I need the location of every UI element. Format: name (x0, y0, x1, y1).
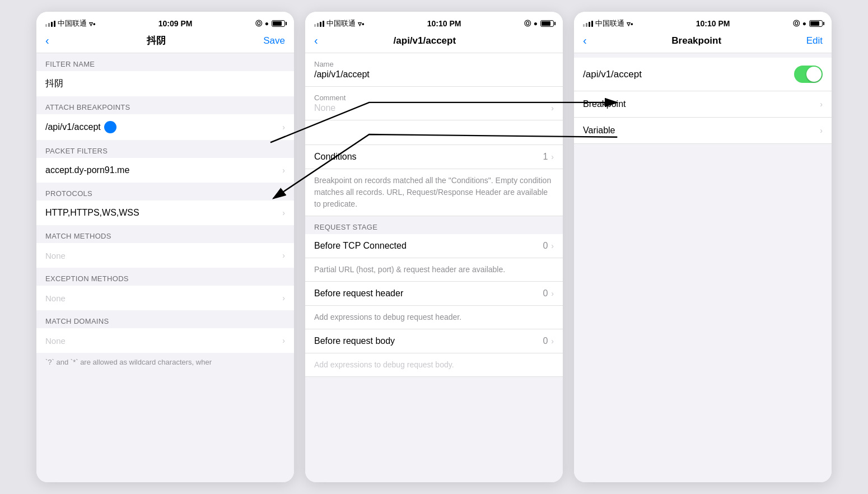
content-1: Filter Name 抖阴 Attach Breakpoints /api/v… (36, 53, 294, 482)
variable-detail-row[interactable]: Variable › (574, 118, 832, 144)
status-left-2: 中国联通 ▿• (314, 18, 365, 29)
before-tcp-count: 0 (543, 241, 548, 251)
alarm-icon-2: ● (534, 20, 538, 27)
exception-chevron: › (282, 293, 285, 302)
protocols-chevron: › (282, 208, 285, 217)
signal-icon-2 (314, 21, 324, 27)
carrier-3: 中国联通 (595, 18, 624, 29)
before-req-header-count: 0 (543, 288, 548, 299)
conditions-count: 1 (543, 152, 548, 162)
before-req-body-note: Add expressions to debug request body. (305, 353, 563, 377)
phone-screen-2: 中国联通 ▿• 10:10 PM Ⓞ ● ‹ /api/v1/accept (305, 12, 563, 482)
chevron-left-icon-1: ‹ (45, 34, 49, 47)
breakpoint-label: Breakpoint (583, 99, 626, 109)
before-req-header-chevron: › (551, 289, 554, 298)
attach-badge (104, 121, 116, 133)
before-req-body-chevron: › (551, 337, 554, 346)
location-icon-1: Ⓞ (255, 19, 262, 29)
variable-chevron: › (820, 126, 823, 135)
nav-title-2: /api/v1/accept (394, 35, 456, 46)
chevron-left-icon-2: ‹ (314, 34, 318, 47)
nav-title-1: 抖阴 (147, 34, 166, 47)
section-header-match-domains: Match Domains (36, 310, 294, 328)
match-domains-chevron: › (282, 336, 285, 345)
status-right-2: Ⓞ ● (524, 19, 554, 29)
content-2: Name /api/v1/accept Comment None › Condi… (305, 53, 563, 482)
before-req-header-note: Add expressions to debug request header. (305, 306, 563, 329)
api-path-row: /api/v1/accept (574, 58, 832, 91)
phone-screen-3: 中国联通 ▿• 10:10 PM Ⓞ ● ‹ Breakpoint Edit (574, 12, 832, 482)
battery-fill-2 (542, 21, 550, 26)
status-right-3: Ⓞ ● (793, 19, 823, 29)
match-domains-item[interactable]: None › (36, 328, 294, 353)
alarm-icon-1: ● (265, 20, 269, 27)
section-header-match-methods: Match Methods (36, 225, 294, 243)
exception-methods-item[interactable]: None › (36, 286, 294, 310)
name-value: /api/v1/accept (314, 69, 554, 80)
before-req-header-label: Before request header (314, 288, 403, 299)
before-tcp-row[interactable]: Before TCP Connected 0 › (305, 234, 563, 258)
group-filter-name: 抖阴 (36, 71, 294, 96)
alarm-icon-3: ● (802, 20, 806, 27)
attach-chevron: › (282, 123, 285, 132)
breakpoint-toggle[interactable] (794, 66, 823, 83)
before-tcp-label: Before TCP Connected (314, 241, 407, 251)
group-match-domains: None › (36, 328, 294, 353)
chevron-left-icon-3: ‹ (583, 34, 587, 47)
name-input-area: Name /api/v1/accept (305, 53, 563, 87)
conditions-note: Breakpoint on records matched all the "C… (305, 169, 563, 216)
status-bar-1: 中国联通 ▿• 10:09 PM Ⓞ ● (36, 12, 294, 32)
match-methods-chevron: › (282, 251, 285, 260)
toggle-thumb (806, 67, 822, 82)
nav-bar-1: ‹ 抖阴 Save (36, 32, 294, 53)
before-req-body-row[interactable]: Before request body 0 › (305, 329, 563, 353)
protocols-item[interactable]: HTTP,HTTPS,WS,WSS › (36, 201, 294, 225)
api-path-text: /api/v1/accept (583, 69, 642, 80)
footer-note-1: `?` and `*` are allowed as wildcard char… (36, 353, 294, 372)
phones-container: 中国联通 ▿• 10:09 PM Ⓞ ● ‹ 抖阴 Save (36, 12, 832, 482)
status-bar-3: 中国联通 ▿• 10:10 PM Ⓞ ● (574, 12, 832, 32)
comment-none-text: None (314, 103, 335, 113)
breakpoint-detail-row[interactable]: Breakpoint › (574, 91, 832, 118)
group-match-methods: None › (36, 243, 294, 268)
content-3: /api/v1/accept Breakpoint › Variable › (574, 53, 832, 482)
before-req-body-label: Before request body (314, 336, 395, 346)
back-button-3[interactable]: ‹ (583, 34, 587, 47)
nav-bar-2: ‹ /api/v1/accept (305, 32, 563, 53)
conditions-row[interactable]: Conditions 1 › (305, 145, 563, 169)
battery-3 (809, 20, 823, 27)
comment-chevron: › (551, 104, 554, 113)
packet-filter-item[interactable]: accept.dy-porn91.me › (36, 158, 294, 183)
before-req-header-row[interactable]: Before request header 0 › (305, 282, 563, 306)
carrier-1: 中国联通 (58, 18, 87, 29)
battery-1 (272, 20, 285, 27)
battery-fill-3 (810, 21, 819, 26)
battery-body-3 (809, 20, 823, 27)
wifi-icon-1: ▿• (89, 20, 96, 28)
group-packet: accept.dy-porn91.me › (36, 158, 294, 183)
phone-screen-1: 中国联通 ▿• 10:09 PM Ⓞ ● ‹ 抖阴 Save (36, 12, 294, 482)
group-attach: /api/v1/accept › (36, 114, 294, 140)
group-protocols: HTTP,HTTPS,WS,WSS › (36, 201, 294, 225)
status-right-1: Ⓞ ● (255, 19, 285, 29)
status-bar-2: 中国联通 ▿• 10:10 PM Ⓞ ● (305, 12, 563, 32)
nav-title-3: Breakpoint (671, 35, 721, 46)
back-button-2[interactable]: ‹ (314, 34, 318, 47)
match-methods-item[interactable]: None › (36, 243, 294, 268)
comment-label: Comment (314, 94, 554, 102)
battery-body-1 (272, 20, 285, 27)
section-header-filter-name: Filter Name (36, 53, 294, 71)
before-tcp-note: Partial URL (host, port) & request heade… (305, 258, 563, 282)
attach-breakpoint-item[interactable]: /api/v1/accept › (36, 114, 294, 140)
battery-fill-1 (273, 21, 282, 26)
time-1: 10:09 PM (158, 19, 193, 28)
request-stage-header: Request Stage (305, 216, 563, 234)
location-icon-2: Ⓞ (524, 19, 531, 29)
back-button-1[interactable]: ‹ (45, 34, 49, 47)
group-exception: None › (36, 286, 294, 310)
save-button-1[interactable]: Save (263, 35, 285, 46)
edit-button-3[interactable]: Edit (806, 35, 823, 46)
section-header-protocols: Protocols (36, 183, 294, 201)
comment-placeholder: None › (314, 103, 554, 113)
spacer-row (305, 120, 563, 145)
